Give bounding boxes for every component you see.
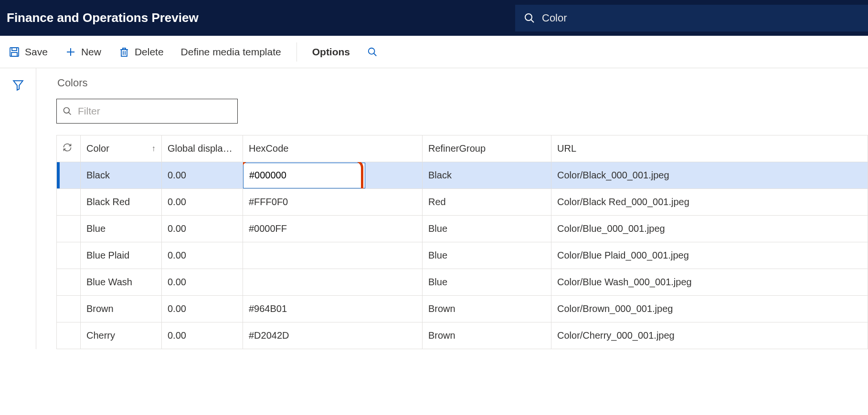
column-refiner-group[interactable]: RefinerGroup	[423, 135, 551, 162]
svg-marker-12	[13, 81, 23, 90]
global-search-text: Color	[542, 12, 567, 24]
cell-refiner-group[interactable]: Brown	[423, 322, 551, 349]
toolbar-search-button[interactable]	[365, 44, 380, 60]
cell-url[interactable]: Color/Blue Wash_000_001.jpeg	[551, 269, 868, 296]
cell-hexcode[interactable]	[243, 242, 423, 269]
cell-refiner-group[interactable]: Black	[423, 162, 551, 189]
column-color[interactable]: Color ↑	[81, 135, 162, 162]
define-media-button[interactable]: Define media template	[179, 43, 283, 61]
new-label: New	[81, 46, 101, 58]
funnel-icon	[12, 79, 24, 91]
cell-hexcode[interactable]: #0000FF	[243, 216, 423, 242]
table-row[interactable]: Brown0.00#964B01BrownColor/Brown_000_001…	[57, 296, 868, 322]
grid-filter-input[interactable]: Filter	[56, 99, 238, 124]
cell-hexcode[interactable]	[243, 162, 423, 189]
define-media-label: Define media template	[181, 46, 281, 58]
cell-refiner-group[interactable]: Brown	[423, 296, 551, 322]
column-refresh[interactable]	[57, 135, 81, 162]
cell-url[interactable]: Color/Cherry_000_001.jpeg	[551, 322, 868, 349]
cell-color[interactable]: Black Red	[81, 189, 162, 216]
grid-filter-placeholder: Filter	[78, 105, 100, 117]
svg-rect-3	[12, 48, 17, 51]
cell-url[interactable]: Color/Black_000_001.jpeg	[551, 162, 868, 189]
search-icon	[63, 106, 72, 116]
row-selector[interactable]	[57, 322, 81, 349]
cell-global-display-order[interactable]: 0.00	[162, 216, 243, 242]
refresh-icon	[63, 143, 72, 152]
search-icon	[367, 47, 378, 57]
app-title: Finance and Operations Preview	[0, 10, 199, 25]
delete-button[interactable]: Delete	[116, 43, 166, 61]
table-row[interactable]: Cherry0.00#D2042DBrownColor/Cherry_000_0…	[57, 322, 868, 349]
hexcode-input[interactable]	[243, 163, 365, 188]
app-header: Finance and Operations Preview Color	[0, 0, 868, 36]
cell-hexcode[interactable]	[243, 269, 423, 296]
cell-refiner-group[interactable]: Blue	[423, 242, 551, 269]
table-row[interactable]: Black Red0.00#FFF0F0RedColor/Black Red_0…	[57, 189, 868, 216]
svg-rect-4	[11, 52, 17, 56]
svg-line-14	[69, 113, 71, 115]
new-button[interactable]: New	[63, 43, 103, 61]
plus-icon	[65, 46, 76, 58]
action-toolbar: Save New Delete Define media template Op…	[0, 36, 868, 68]
column-url[interactable]: URL	[551, 135, 868, 162]
svg-rect-7	[121, 50, 127, 56]
colors-grid: Color ↑ Global display ... HexCode Refin…	[56, 135, 868, 349]
cell-refiner-group[interactable]: Blue	[423, 216, 551, 242]
row-selector[interactable]	[57, 296, 81, 322]
cell-color[interactable]: Blue Plaid	[81, 242, 162, 269]
svg-line-11	[374, 53, 377, 56]
search-icon	[524, 12, 535, 24]
table-row[interactable]: Blue Wash0.00BlueColor/Blue Wash_000_001…	[57, 269, 868, 296]
cell-global-display-order[interactable]: 0.00	[162, 162, 243, 189]
cell-global-display-order[interactable]: 0.00	[162, 189, 243, 216]
cell-color[interactable]: Brown	[81, 296, 162, 322]
cell-hexcode[interactable]: #FFF0F0	[243, 189, 423, 216]
save-label: Save	[25, 46, 48, 58]
cell-url[interactable]: Color/Black Red_000_001.jpeg	[551, 189, 868, 216]
filter-pane-button[interactable]	[12, 79, 24, 349]
svg-point-0	[525, 14, 532, 21]
row-selector[interactable]	[57, 242, 81, 269]
row-selector[interactable]	[57, 216, 81, 242]
cell-refiner-group[interactable]: Red	[423, 189, 551, 216]
svg-line-1	[531, 20, 534, 22]
cell-color[interactable]: Blue Wash	[81, 269, 162, 296]
page-subtitle: Colors	[57, 77, 868, 89]
main-content: Colors Filter Color ↑ Global disp	[36, 68, 868, 349]
column-global-display-order[interactable]: Global display ...	[162, 135, 243, 162]
table-row[interactable]: Blue Plaid0.00BlueColor/Blue Plaid_000_0…	[57, 242, 868, 269]
column-hexcode[interactable]: HexCode	[243, 135, 423, 162]
svg-point-10	[369, 48, 375, 54]
table-row[interactable]: Black0.00BlackColor/Black_000_001.jpeg	[57, 162, 868, 189]
cell-global-display-order[interactable]: 0.00	[162, 296, 243, 322]
cell-global-display-order[interactable]: 0.00	[162, 242, 243, 269]
row-selector[interactable]	[57, 162, 81, 189]
cell-color[interactable]: Cherry	[81, 322, 162, 349]
cell-url[interactable]: Color/Brown_000_001.jpeg	[551, 296, 868, 322]
left-rail	[0, 68, 36, 349]
options-button[interactable]: Options	[310, 43, 352, 61]
global-search[interactable]: Color	[515, 5, 868, 31]
cell-global-display-order[interactable]: 0.00	[162, 269, 243, 296]
sort-asc-icon: ↑	[152, 144, 156, 154]
toolbar-divider	[296, 42, 297, 62]
options-label: Options	[312, 46, 350, 58]
cell-refiner-group[interactable]: Blue	[423, 269, 551, 296]
cell-color[interactable]: Black	[81, 162, 162, 189]
cell-global-display-order[interactable]: 0.00	[162, 322, 243, 349]
row-selector[interactable]	[57, 189, 81, 216]
delete-label: Delete	[135, 46, 164, 58]
cell-url[interactable]: Color/Blue_000_001.jpeg	[551, 216, 868, 242]
row-selector[interactable]	[57, 269, 81, 296]
cell-url[interactable]: Color/Blue Plaid_000_001.jpeg	[551, 242, 868, 269]
table-row[interactable]: Blue0.00#0000FFBlueColor/Blue_000_001.jp…	[57, 216, 868, 242]
cell-hexcode[interactable]: #D2042D	[243, 322, 423, 349]
trash-icon	[118, 46, 130, 58]
save-button[interactable]: Save	[7, 43, 50, 61]
svg-point-13	[64, 108, 70, 114]
cell-hexcode[interactable]: #964B01	[243, 296, 423, 322]
save-icon	[9, 46, 20, 58]
cell-color[interactable]: Blue	[81, 216, 162, 242]
